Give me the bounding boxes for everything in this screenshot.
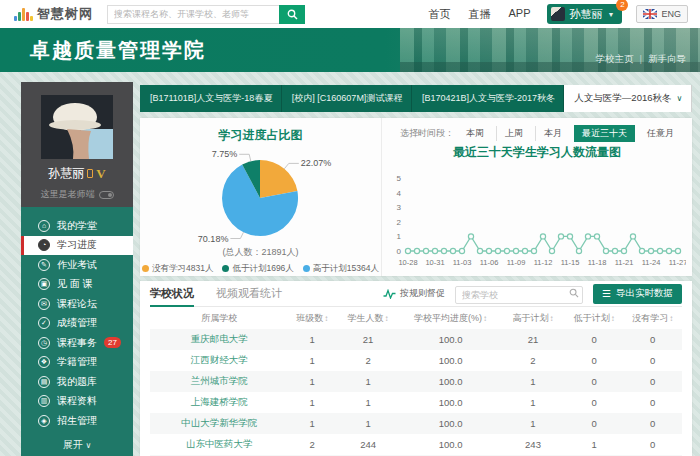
role-toggle[interactable] bbox=[99, 191, 114, 199]
site-search bbox=[107, 5, 305, 24]
school-search-input[interactable] bbox=[455, 286, 583, 304]
table-cell: 1 bbox=[501, 392, 565, 413]
sort-icon[interactable]: ↕ bbox=[385, 314, 389, 323]
school-name-link[interactable]: 兰州城市学院 bbox=[150, 371, 288, 392]
data-point bbox=[477, 248, 482, 253]
course-tab-4[interactable]: 人文与医学—2016秋冬∨ bbox=[564, 85, 692, 112]
x-axis-tick: 10-28 bbox=[398, 258, 417, 267]
user-menu-button[interactable]: 孙慧丽 ▼ 2 bbox=[547, 4, 623, 24]
course-search-input[interactable] bbox=[107, 5, 279, 24]
expand-button[interactable]: 展开 ∨ bbox=[21, 438, 133, 452]
urge-by-rule-link[interactable]: 按规则督促 bbox=[383, 287, 445, 300]
sort-icon[interactable]: ↕ bbox=[324, 314, 328, 323]
period-option-5[interactable]: 任意月 bbox=[643, 126, 678, 141]
sidebar-item-question-bank[interactable]: ▤我的题库 bbox=[21, 372, 133, 392]
y-axis-tick: 5 bbox=[397, 174, 402, 183]
sort-icon[interactable]: ↕ bbox=[611, 314, 615, 323]
sidebar-item-meeting[interactable]: ▣见 面 课 bbox=[21, 275, 133, 295]
y-axis-tick: 1 bbox=[397, 232, 402, 241]
period-option-2[interactable]: 上周 bbox=[496, 126, 527, 141]
x-axis-tick: 11-18 bbox=[588, 258, 607, 267]
data-point bbox=[594, 234, 599, 239]
data-point bbox=[585, 234, 590, 239]
table-row: 兰州城市学院11100.0100 bbox=[150, 371, 682, 392]
data-point bbox=[513, 248, 518, 253]
pie-label-line bbox=[239, 154, 251, 161]
table-cell: 0 bbox=[623, 392, 682, 413]
data-point bbox=[414, 248, 419, 253]
table-cell: 1 bbox=[288, 413, 336, 434]
data-point bbox=[441, 248, 446, 253]
x-axis-tick: 11-09 bbox=[507, 258, 526, 267]
sort-icon[interactable]: ↕ bbox=[669, 314, 673, 323]
newbie-guide-link[interactable]: 新手向导 bbox=[648, 53, 686, 64]
table-cell: 2 bbox=[501, 350, 565, 371]
table-row: 中山大学新华学院11100.0100 bbox=[150, 413, 682, 434]
pulse-icon bbox=[383, 289, 396, 299]
export-data-button[interactable]: ☰ 导出实时数据 bbox=[593, 284, 682, 304]
column-header: 所属学校 bbox=[150, 307, 288, 329]
sort-icon[interactable]: ↕ bbox=[483, 314, 487, 323]
x-axis-tick: 11-03 bbox=[453, 258, 472, 267]
school-name-link[interactable]: 重庆邮电大学 bbox=[150, 329, 288, 350]
pie-legend: 没有学习4831人低于计划1696人高于计划15364人 bbox=[140, 263, 381, 275]
enrollment-icon: ◈ bbox=[38, 415, 50, 427]
sidebar-item-exam[interactable]: ✎作业考试 bbox=[21, 255, 133, 275]
period-option-3[interactable]: 本月 bbox=[535, 126, 566, 141]
forum-icon: ✉ bbox=[38, 298, 50, 310]
sidebar-item-home[interactable]: ⌂我的学堂 bbox=[21, 216, 133, 236]
sidebar-item-affairs[interactable]: ◷课程事务27 bbox=[21, 333, 133, 353]
export-label: 导出实时数据 bbox=[616, 287, 673, 300]
site-logo[interactable]: 智慧树网 bbox=[14, 7, 93, 21]
profile-subtitle-row: 这里是老师端 bbox=[21, 188, 133, 201]
period-selector: 选择时间段： 本周上周本月最近三十天任意月 bbox=[386, 125, 678, 142]
tab-video-stats[interactable]: 视频观看统计 bbox=[216, 281, 282, 307]
nav-live[interactable]: 直播 bbox=[469, 7, 491, 22]
school-name-link[interactable]: 江西财经大学 bbox=[150, 350, 288, 371]
period-option-1[interactable]: 本周 bbox=[462, 126, 488, 141]
nav-home[interactable]: 首页 bbox=[429, 7, 451, 22]
period-option-4[interactable]: 最近三十天 bbox=[574, 125, 635, 142]
legend-dot bbox=[222, 265, 229, 272]
table-cell: 0 bbox=[565, 329, 624, 350]
expand-label: 展开 bbox=[63, 439, 83, 450]
school-name-link[interactable]: 中山大学新华学院 bbox=[150, 413, 288, 434]
course-tab-1[interactable]: [B171101B]人文与医学-18春夏 bbox=[140, 85, 282, 112]
data-point bbox=[612, 248, 617, 253]
table-cell: 21 bbox=[336, 329, 400, 350]
school-name-link[interactable]: 山东中医药大学 bbox=[150, 434, 288, 455]
course-tab-label: [B171101B]人文与医学-18春夏 bbox=[150, 92, 272, 105]
table-cell: 1 bbox=[336, 371, 400, 392]
sidebar-item-materials[interactable]: ▥课程资料 bbox=[21, 392, 133, 412]
nav-app[interactable]: APP bbox=[509, 7, 531, 22]
table-cell: 0 bbox=[623, 350, 682, 371]
sort-icon[interactable]: ↕ bbox=[550, 314, 554, 323]
sidebar-item-forum[interactable]: ✉课程论坛 bbox=[21, 294, 133, 314]
profile-name: 孙慧丽 bbox=[48, 165, 84, 182]
sidebar-item-grades[interactable]: ✓成绩管理 bbox=[21, 314, 133, 334]
table-cell: 100.0 bbox=[400, 392, 501, 413]
college-banner: 卓越质量管理学院 学校主页|新手向导 bbox=[0, 28, 700, 72]
table-cell: 0 bbox=[565, 392, 624, 413]
tab-school-status[interactable]: 学校状况 bbox=[150, 281, 194, 307]
chevron-down-icon: ∨ bbox=[677, 94, 683, 103]
y-axis-tick: 0 bbox=[397, 247, 402, 256]
vip-badge: V bbox=[96, 166, 105, 182]
school-home-link[interactable]: 学校主页 bbox=[596, 53, 634, 64]
table-cell: 243 bbox=[501, 434, 565, 455]
school-name-link[interactable]: 上海建桥学院 bbox=[150, 392, 288, 413]
language-button[interactable]: ENG bbox=[636, 5, 688, 23]
profile-name-row: 孙慧丽 V bbox=[21, 165, 133, 182]
sidebar-item-progress[interactable]: ◔学习进度 bbox=[21, 236, 133, 256]
sidebar-item-enrollment[interactable]: ◈招生管理 bbox=[21, 411, 133, 431]
search-button[interactable] bbox=[279, 5, 305, 24]
exam-icon: ✎ bbox=[38, 259, 50, 271]
course-tab-2[interactable]: [校内] [C160607M]测试课程 bbox=[282, 85, 412, 112]
pie-chart: 22.07%70.18%7.75% bbox=[140, 144, 381, 248]
table-controls: 按规则督促 ☰ 导出实时数据 bbox=[383, 284, 682, 304]
x-axis-tick: 11-24 bbox=[642, 258, 661, 267]
course-tab-3[interactable]: [B170421B]人文与医学-2017秋冬 bbox=[412, 85, 564, 112]
data-point bbox=[522, 248, 527, 253]
sidebar-item-roll[interactable]: ❖学籍管理 bbox=[21, 353, 133, 373]
data-point bbox=[603, 248, 608, 253]
